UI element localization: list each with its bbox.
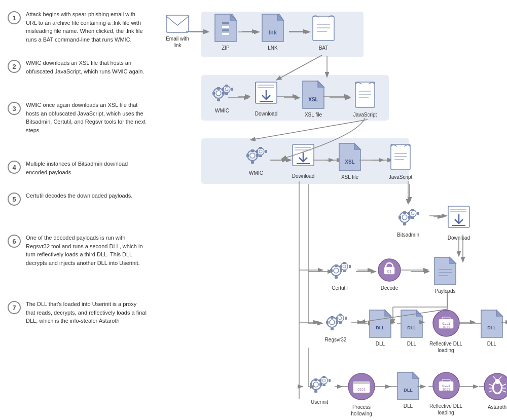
step-2: 2 WMIC downloads an XSL file that hosts … [8, 59, 147, 75]
regsvr32-label: Regsvr32 [325, 336, 347, 343]
svg-line-10 [251, 120, 368, 140]
download2-node: Download [285, 142, 321, 179]
download1-label: Download [255, 110, 277, 117]
xsl2-node: XSL XSL file [332, 142, 368, 180]
svg-line-211 [276, 55, 322, 80]
js1-node: JavaScript [347, 80, 383, 118]
astaroth-node: Astaroth [478, 371, 507, 410]
decode-node: 01 Decode [372, 257, 407, 291]
regsvr32-node: Regsvr32 [318, 309, 353, 343]
step-5: 5 Certutil decodes the downloaded payloa… [8, 192, 147, 206]
svg-text:XSL: XSL [308, 97, 318, 102]
svg-rect-57 [225, 85, 228, 87]
download1-node: Download [248, 80, 284, 117]
process-hollowing-label: Process hollowing [341, 404, 382, 417]
svg-point-56 [225, 88, 228, 91]
svg-rect-173 [314, 390, 317, 393]
email-node: Email with link [160, 14, 195, 49]
step-7: 7 The DLL that's loaded into Userinit is… [8, 300, 147, 325]
bat-node: BAT [306, 13, 341, 51]
main-container: 1 Attack begins with spear-phishing emai… [0, 0, 507, 420]
svg-marker-187 [413, 372, 419, 378]
step-4-text: Multiple instances of Bitsadmin download… [26, 160, 147, 176]
attack-diagram: Email with link ZIP lnk [160, 9, 494, 419]
svg-rect-161 [445, 322, 448, 324]
svg-marker-154 [416, 310, 422, 316]
wmic2-node: WMIC [238, 142, 274, 176]
svg-rect-194 [445, 385, 448, 386]
svg-rect-52 [217, 99, 220, 101]
svg-rect-178 [322, 376, 325, 378]
download2-label: Download [292, 173, 314, 179]
userinit-label: Userinit [311, 399, 328, 405]
lnk-node: lnk LNK [255, 13, 291, 51]
svg-text:1011: 1011 [442, 325, 450, 329]
step-1: 1 Attack begins with spear-phishing emai… [8, 10, 147, 44]
xsl2-label: XSL file [341, 174, 358, 180]
svg-point-116 [334, 268, 339, 273]
svg-rect-84 [256, 150, 258, 153]
svg-rect-118 [335, 276, 338, 279]
svg-marker-92 [354, 143, 360, 149]
download3-label: Download [448, 235, 470, 241]
svg-rect-53 [212, 92, 215, 95]
svg-marker-68 [318, 81, 324, 87]
svg-rect-174 [310, 383, 312, 386]
svg-rect-124 [343, 270, 346, 272]
step-7-number: 7 [8, 301, 21, 314]
svg-marker-151 [385, 310, 391, 316]
svg-text:DLL: DLL [407, 325, 416, 330]
steps-panel: 1 Attack begins with spear-phishing emai… [0, 5, 155, 420]
reflective2-node: 0101 1011 Reflective DLL loading [424, 370, 467, 416]
xsl1-label: XSL file [305, 111, 322, 118]
step-6-number: 6 [8, 235, 21, 248]
wmic2-label: WMIC [249, 170, 263, 176]
dll3-node: DLL DLL [474, 309, 507, 347]
svg-text:DLL: DLL [376, 325, 385, 330]
svg-point-81 [259, 150, 262, 153]
step-5-text: Certutil decodes the downloaded payloads… [26, 192, 132, 200]
svg-rect-101 [403, 223, 406, 225]
svg-rect-78 [246, 154, 249, 157]
dll2-label: DLL [407, 340, 416, 347]
reflective1-node: 0101 1011 Reflective DLL loading [424, 308, 467, 354]
svg-rect-58 [225, 93, 228, 95]
svg-rect-76 [251, 149, 254, 152]
svg-point-99 [402, 215, 407, 220]
svg-point-145 [339, 317, 342, 320]
payloads-label: Payloads [434, 288, 455, 294]
bat-label: BAT [319, 45, 329, 51]
step-7-text: The DLL that's loaded into Userinit is a… [26, 300, 147, 325]
step-2-text: WMIC downloads an XSL file that hosts an… [26, 59, 147, 75]
zip-node: ZIP [208, 13, 243, 51]
svg-rect-179 [322, 384, 325, 386]
svg-rect-82 [259, 147, 262, 149]
js2-label: JavaScript [389, 174, 413, 180]
svg-rect-125 [340, 265, 342, 268]
download3-node: Download [441, 204, 477, 241]
svg-point-122 [343, 265, 346, 268]
svg-rect-141 [331, 328, 334, 330]
wmic1-node: WMIC [204, 80, 240, 114]
svg-rect-83 [259, 155, 262, 157]
svg-text:1011: 1011 [442, 388, 450, 391]
svg-rect-39 [222, 26, 229, 28]
svg-rect-126 [349, 265, 351, 268]
svg-point-105 [411, 212, 414, 215]
dll1-label: DLL [376, 340, 385, 347]
svg-rect-59 [222, 88, 224, 91]
step-4-number: 4 [8, 161, 21, 174]
step-5-number: 5 [8, 193, 21, 206]
step-4: 4 Multiple instances of Bitsadmin downlo… [8, 160, 147, 176]
wmic1-label: WMIC [215, 107, 229, 114]
svg-rect-108 [408, 212, 410, 215]
dll1-node: DLL DLL [363, 309, 398, 347]
email-label: Email with link [166, 35, 189, 49]
step-1-number: 1 [8, 11, 21, 24]
svg-rect-119 [330, 269, 333, 272]
svg-point-75 [250, 153, 255, 158]
svg-rect-184 [353, 381, 370, 384]
svg-text:01: 01 [387, 269, 392, 274]
step-6-text: One of the decoded payloads is run with … [26, 234, 147, 267]
svg-rect-181 [329, 379, 331, 382]
